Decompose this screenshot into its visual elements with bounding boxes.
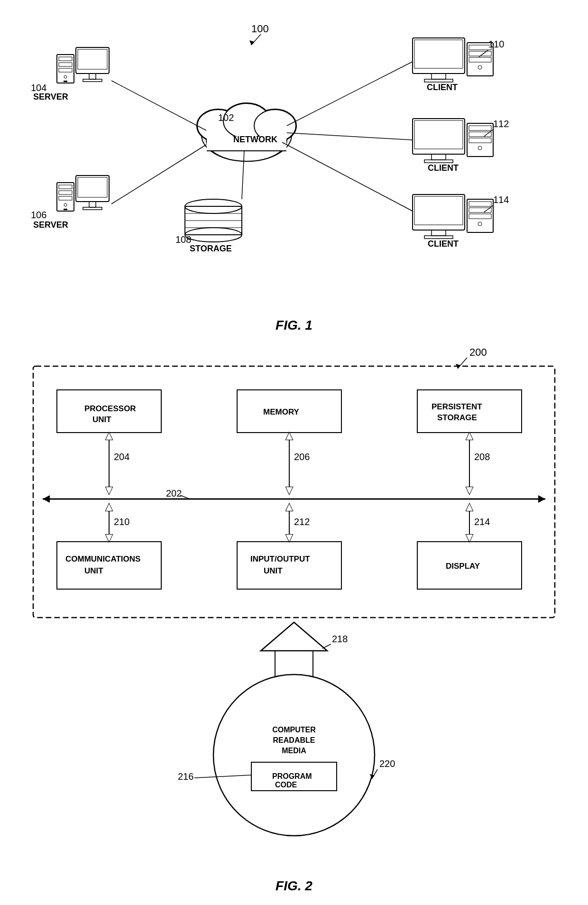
svg-marker-112: [286, 504, 293, 511]
svg-rect-19: [59, 63, 72, 66]
ref-204: 204: [114, 452, 129, 462]
svg-line-72: [287, 62, 413, 126]
svg-marker-88: [538, 495, 545, 503]
svg-rect-28: [59, 185, 72, 189]
svg-point-132: [213, 674, 375, 836]
svg-marker-107: [106, 504, 112, 511]
svg-rect-64: [469, 202, 491, 206]
svg-rect-29: [59, 191, 72, 194]
svg-text:INPUT/OUTPUT: INPUT/OUTPUT: [250, 554, 310, 563]
svg-rect-123: [237, 542, 341, 589]
svg-point-21: [64, 75, 67, 78]
client1: [413, 38, 493, 82]
svg-line-74: [282, 142, 413, 211]
svg-text:COMPUTER: COMPUTER: [272, 726, 316, 734]
svg-marker-87: [43, 495, 50, 503]
svg-rect-54: [469, 126, 491, 130]
svg-text:PROCESSOR: PROCESSOR: [84, 404, 136, 413]
network-cloud: NETWORK: [197, 103, 296, 161]
ref-208: 208: [474, 452, 490, 462]
svg-marker-94: [106, 487, 112, 494]
svg-text:STORAGE: STORAGE: [437, 413, 477, 422]
svg-marker-99: [286, 487, 293, 494]
svg-text:MEMORY: MEMORY: [263, 407, 300, 416]
svg-rect-52: [424, 160, 453, 163]
svg-text:CODE: CODE: [275, 781, 297, 789]
svg-rect-15: [89, 74, 96, 79]
ref-108: 108: [175, 234, 191, 245]
ref-206: 206: [294, 452, 310, 462]
fig2-diagram: 200 PROCESSOR UNIT MEMORY PERSISTENT STO…: [19, 342, 569, 874]
svg-rect-26: [83, 207, 102, 210]
ref-216: 216: [178, 771, 193, 782]
ref-104: 104: [31, 83, 46, 93]
svg-marker-114: [286, 535, 293, 542]
svg-point-47: [478, 65, 482, 69]
svg-rect-120: [57, 542, 161, 589]
svg-rect-14: [78, 49, 107, 69]
svg-line-69: [111, 81, 206, 130]
ref-212: 212: [294, 517, 310, 527]
client3-label: CLIENT: [428, 239, 459, 249]
svg-rect-32: [64, 209, 67, 210]
svg-rect-18: [59, 57, 72, 61]
server2: [57, 175, 109, 211]
svg-rect-65: [469, 208, 491, 212]
svg-text:DISPLAY: DISPLAY: [446, 562, 480, 571]
svg-text:UNIT: UNIT: [92, 415, 111, 424]
svg-marker-117: [466, 504, 473, 511]
svg-rect-51: [432, 154, 446, 160]
ref-202: 202: [166, 488, 182, 499]
svg-text:UNIT: UNIT: [84, 566, 103, 575]
ref-210: 210: [114, 517, 129, 527]
ref-200: 200: [469, 346, 487, 358]
ref-220: 220: [379, 758, 395, 769]
svg-point-57: [478, 146, 482, 150]
svg-line-0: [251, 34, 261, 45]
svg-text:NETWORK: NETWORK: [233, 135, 277, 144]
page: 100 NETWORK: [0, 0, 588, 905]
svg-rect-63: [467, 199, 493, 232]
ref-114: 114: [493, 194, 509, 205]
svg-rect-24: [78, 177, 107, 197]
client2: [413, 119, 493, 163]
svg-rect-41: [432, 74, 446, 79]
ref-106: 106: [31, 210, 46, 220]
fig1-label: FIG. 1: [19, 318, 569, 333]
svg-rect-27: [57, 183, 74, 211]
svg-rect-56: [469, 138, 491, 143]
svg-rect-22: [64, 81, 67, 82]
svg-rect-66: [469, 214, 491, 219]
svg-text:UNIT: UNIT: [264, 566, 283, 575]
svg-text:PERSISTENT: PERSISTENT: [432, 402, 482, 411]
svg-marker-104: [466, 487, 473, 494]
svg-rect-61: [432, 230, 446, 236]
svg-marker-109: [106, 535, 112, 542]
svg-rect-13: [76, 47, 109, 74]
svg-line-131: [322, 644, 331, 648]
ref-218: 218: [332, 634, 348, 644]
svg-rect-42: [424, 79, 453, 82]
svg-rect-45: [469, 51, 491, 56]
svg-text:READABLE: READABLE: [273, 736, 315, 744]
ref-100: 100: [251, 23, 269, 35]
svg-rect-17: [57, 55, 74, 83]
svg-marker-119: [466, 535, 473, 542]
ref-102: 102: [218, 112, 234, 123]
ref-112: 112: [493, 119, 509, 129]
svg-marker-130: [261, 622, 327, 651]
storage: [185, 199, 242, 242]
svg-marker-102: [466, 433, 473, 440]
svg-rect-23: [76, 175, 109, 202]
svg-text:MEDIA: MEDIA: [282, 747, 306, 755]
storage-label: STORAGE: [190, 244, 232, 253]
fig1-diagram: 100 NETWORK: [19, 19, 569, 313]
svg-point-31: [64, 203, 67, 206]
svg-rect-60: [414, 196, 463, 225]
client2-label: CLIENT: [428, 163, 459, 173]
svg-marker-92: [106, 433, 112, 440]
svg-rect-20: [59, 68, 72, 72]
svg-rect-83: [417, 390, 522, 433]
fig2-label: FIG. 2: [19, 878, 569, 894]
ref-214: 214: [474, 517, 490, 527]
